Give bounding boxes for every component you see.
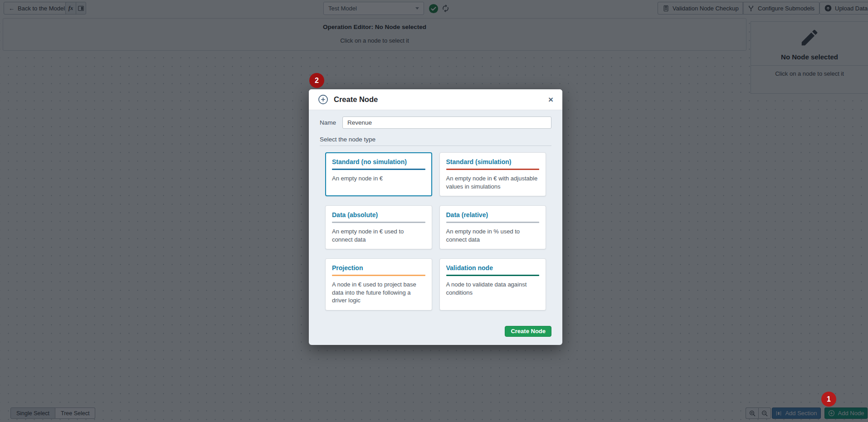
- node-type-card[interactable]: Data (absolute)An empty node in € used t…: [325, 205, 432, 249]
- node-type-accent-bar: [332, 275, 425, 276]
- node-type-title: Data (absolute): [332, 211, 425, 218]
- node-type-description: An empty node in € with adjustable value…: [446, 175, 540, 190]
- node-type-description: A node in € used to project base data in…: [332, 281, 425, 305]
- section-divider: [320, 146, 551, 146]
- name-label: Name: [320, 119, 336, 126]
- create-node-modal: Create Node × Name Select the node type …: [309, 89, 562, 345]
- node-type-title: Validation node: [446, 264, 540, 272]
- node-type-accent-bar: [332, 169, 425, 170]
- node-type-card[interactable]: Data (relative)An empty node in % used t…: [439, 205, 546, 249]
- node-type-card[interactable]: Standard (no simulation)An empty node in…: [325, 152, 432, 196]
- create-node-modal-header: Create Node ×: [309, 89, 562, 110]
- node-type-accent-bar: [446, 222, 540, 223]
- node-type-title: Data (relative): [446, 211, 540, 218]
- node-name-input[interactable]: [342, 116, 551, 129]
- node-type-title: Standard (simulation): [446, 158, 540, 165]
- node-type-card[interactable]: Standard (simulation)An empty node in € …: [439, 152, 546, 196]
- app-root: ← Back to the Model List fx Test Model V…: [0, 0, 868, 422]
- node-type-card[interactable]: ProjectionA node in € used to project ba…: [325, 258, 432, 310]
- node-type-description: An empty node in € used to connect data: [332, 228, 425, 243]
- node-type-accent-bar: [446, 275, 540, 276]
- node-type-description: An empty node in % used to connect data: [446, 228, 540, 243]
- node-type-description: A node to validate data against conditio…: [446, 281, 540, 296]
- node-type-description: An empty node in €: [332, 175, 425, 183]
- create-node-submit-button[interactable]: Create Node: [505, 326, 551, 337]
- plus-circle-icon: [318, 94, 328, 105]
- create-node-modal-body: Name Select the node type Standard (no s…: [309, 110, 562, 345]
- node-type-accent-bar: [332, 222, 425, 223]
- step-2-annotation-badge: 2: [309, 73, 324, 88]
- node-type-title: Projection: [332, 264, 425, 272]
- node-type-section-label: Select the node type: [320, 136, 551, 143]
- node-type-title: Standard (no simulation): [332, 158, 425, 165]
- node-type-accent-bar: [446, 169, 540, 170]
- step-1-annotation-badge: 1: [821, 392, 836, 407]
- node-type-grid: Standard (no simulation)An empty node in…: [325, 152, 546, 310]
- modal-title: Create Node: [334, 95, 378, 104]
- close-icon[interactable]: ×: [548, 95, 553, 104]
- node-type-card[interactable]: Validation nodeA node to validate data a…: [439, 258, 546, 310]
